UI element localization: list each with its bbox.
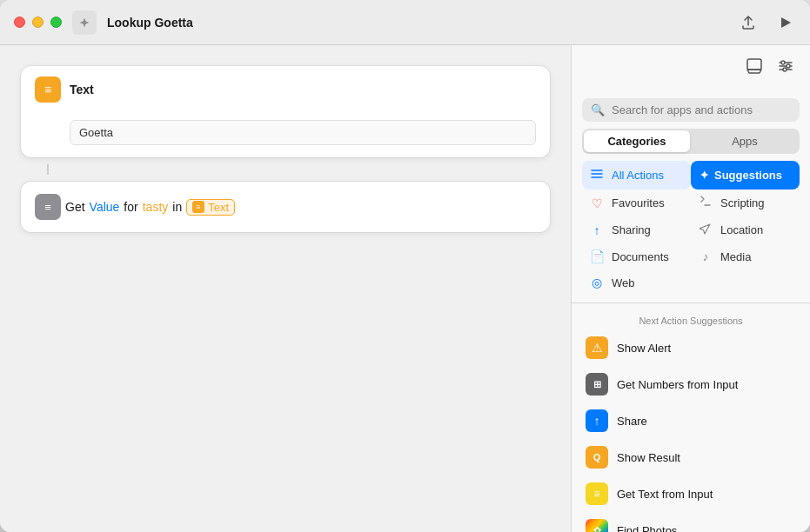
all-actions-icon (589, 167, 605, 183)
location-icon (698, 223, 713, 237)
titlebar-actions (737, 11, 796, 34)
sliders-icon-button[interactable] (775, 56, 796, 81)
find-photos-label: Find Photos (617, 524, 677, 533)
fullscreen-button[interactable] (50, 17, 62, 28)
main-content: ≡ Text Goetta ≡ Get Value for (0, 45, 810, 532)
show-alert-icon: ⚠ (586, 336, 608, 359)
block-connector (47, 164, 49, 175)
all-actions-label: All Actions (612, 169, 664, 182)
value-token[interactable]: Value (90, 200, 120, 214)
tab-categories[interactable]: Categories (584, 130, 690, 152)
sharing-icon: ↑ (589, 223, 605, 237)
variable-label: Text (208, 201, 229, 214)
find-photos-icon: ✿ (586, 519, 608, 532)
svg-point-6 (781, 61, 785, 64)
sidebar-search: 🔍 (572, 88, 810, 129)
sidebar-item-media[interactable]: ♪ Media (691, 243, 800, 269)
get-value-block-row: ≡ Get Value for tasty in ≡ Text (21, 182, 550, 232)
text-action-block[interactable]: ≡ Text Goetta (21, 66, 550, 157)
tab-apps[interactable]: Apps (692, 130, 798, 152)
get-prefix: Get (65, 200, 85, 214)
scripting-icon (698, 196, 713, 210)
tray-icon-button[interactable] (744, 56, 765, 81)
svg-rect-2 (747, 59, 761, 70)
text-block-body: Goetta (21, 113, 550, 157)
suggestion-show-alert[interactable]: ⚠ Show Alert (572, 329, 810, 366)
share-label: Share (617, 415, 647, 428)
media-label: Media (720, 250, 751, 263)
get-value-block-icon: ≡ (35, 194, 61, 220)
scripting-label: Scripting (720, 196, 765, 209)
get-numbers-icon: ⊞ (586, 373, 608, 396)
categories-grid: All Actions ✦ Suggestions ♡ Favourites (582, 161, 800, 296)
sidebar-top-icons (572, 45, 810, 88)
web-label: Web (612, 276, 635, 289)
variable-mini-icon: ≡ (192, 201, 204, 213)
media-icon: ♪ (698, 249, 713, 263)
sidebar: 🔍 Categories Apps (571, 45, 810, 532)
share-icon: ↑ (586, 409, 608, 432)
close-button[interactable] (14, 17, 25, 28)
titlebar: Lookup Goetta (0, 0, 810, 45)
get-text-label: Get Text from Input (617, 488, 713, 501)
text-block-icon: ≡ (35, 76, 61, 103)
search-icon: 🔍 (591, 103, 605, 116)
sidebar-tabs: Categories Apps (582, 129, 800, 154)
suggestion-show-result[interactable]: Q Show Result (572, 439, 810, 475)
suggestion-share[interactable]: ↑ Share (572, 402, 810, 439)
tasty-token[interactable]: tasty (143, 200, 169, 214)
suggestions-section: Next Action Suggestions ⚠ Show Alert ⊞ G… (572, 310, 810, 532)
sidebar-item-favourites[interactable]: ♡ Favourites (582, 190, 691, 216)
show-result-icon: Q (586, 446, 608, 469)
search-input[interactable] (612, 103, 791, 116)
share-button[interactable] (737, 11, 760, 34)
get-text-icon: ≡ (586, 482, 608, 505)
sidebar-item-sharing[interactable]: ↑ Sharing (582, 216, 691, 243)
text-block-header: ≡ Text (21, 66, 550, 113)
suggestion-find-photos[interactable]: ✿ Find Photos (572, 512, 810, 532)
documents-icon: 📄 (589, 249, 605, 263)
minimize-button[interactable] (32, 17, 44, 28)
location-label: Location (720, 223, 763, 236)
sidebar-item-location[interactable]: Location (691, 216, 800, 243)
for-text: for (124, 200, 137, 214)
web-icon: ◎ (589, 276, 605, 289)
get-numbers-label: Get Numbers from Input (617, 378, 738, 391)
svg-point-8 (783, 68, 787, 71)
show-alert-label: Show Alert (617, 342, 671, 355)
svg-point-7 (787, 64, 790, 68)
favourites-label: Favourites (612, 196, 665, 209)
traffic-lights (14, 17, 62, 28)
app-icon (72, 10, 97, 35)
show-result-label: Show Result (617, 451, 680, 464)
main-window: Lookup Goetta ≡ T (0, 0, 810, 532)
window-title: Lookup Goetta (107, 16, 726, 30)
suggestions-label: Suggestions (714, 169, 782, 182)
run-button[interactable] (773, 11, 796, 34)
suggestions-section-header: Next Action Suggestions (572, 310, 810, 329)
sidebar-item-web[interactable]: ◎ Web (582, 269, 691, 296)
in-text: in (172, 200, 182, 214)
sharing-label: Sharing (612, 223, 651, 236)
documents-label: Documents (612, 250, 669, 263)
suggestions-icon: ✦ (700, 169, 709, 182)
get-value-action-block[interactable]: ≡ Get Value for tasty in ≡ Text (21, 182, 550, 232)
sidebar-item-all-actions[interactable]: All Actions (582, 161, 691, 190)
search-box: 🔍 (582, 98, 800, 122)
sidebar-item-scripting[interactable]: Scripting (691, 190, 800, 216)
canvas-area[interactable]: ≡ Text Goetta ≡ Get Value for (0, 45, 571, 532)
suggestion-get-text[interactable]: ≡ Get Text from Input (572, 475, 810, 512)
suggestion-get-numbers[interactable]: ⊞ Get Numbers from Input (572, 366, 810, 402)
favourites-icon: ♡ (589, 196, 605, 210)
sidebar-item-suggestions[interactable]: ✦ Suggestions (691, 161, 800, 190)
text-block-value[interactable]: Goetta (70, 120, 536, 145)
text-block-title: Text (70, 83, 94, 96)
sidebar-item-documents[interactable]: 📄 Documents (582, 243, 691, 269)
sidebar-divider (572, 303, 810, 303)
text-variable-token[interactable]: ≡ Text (186, 199, 235, 216)
